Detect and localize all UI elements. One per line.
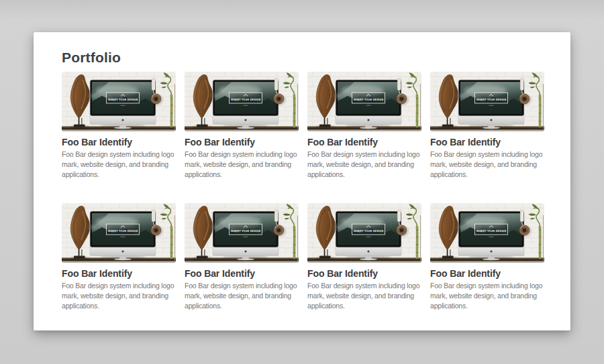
portfolio-item[interactable]: Foo Bar Identify Foo Bar design system i…	[307, 203, 421, 311]
portfolio-thumbnail[interactable]	[62, 72, 176, 131]
portfolio-item-title: Foo Bar Identify	[185, 268, 299, 279]
portfolio-item-description: Foo Bar design system including logo mar…	[185, 281, 299, 311]
portfolio-item[interactable]: Foo Bar Identify Foo Bar design system i…	[307, 72, 421, 180]
portfolio-thumbnail[interactable]	[307, 203, 421, 263]
portfolio-thumbnail[interactable]	[430, 72, 544, 131]
portfolio-item-title: Foo Bar Identify	[307, 268, 421, 279]
imac-desk-photo	[62, 72, 176, 131]
imac-desk-photo	[307, 203, 421, 263]
portfolio-thumbnail[interactable]	[430, 203, 544, 263]
portfolio-grid: Foo Bar Identify Foo Bar design system i…	[62, 72, 544, 311]
portfolio-item-description: Foo Bar design system including logo mar…	[307, 281, 421, 311]
portfolio-item-title: Foo Bar Identify	[430, 268, 544, 279]
portfolio-item-description: Foo Bar design system including logo mar…	[62, 149, 176, 180]
portfolio-thumbnail[interactable]	[185, 72, 299, 131]
portfolio-item[interactable]: Foo Bar Identify Foo Bar design system i…	[185, 203, 299, 311]
imac-desk-photo	[62, 203, 176, 263]
portfolio-item-title: Foo Bar Identify	[430, 137, 544, 147]
imac-desk-photo	[185, 203, 299, 263]
portfolio-item-description: Foo Bar design system including logo mar…	[185, 149, 299, 180]
portfolio-thumbnail[interactable]	[62, 203, 176, 263]
portfolio-item-title: Foo Bar Identify	[62, 137, 176, 147]
portfolio-item-description: Foo Bar design system including logo mar…	[307, 149, 421, 180]
portfolio-item-title: Foo Bar Identify	[185, 137, 299, 147]
portfolio-item-description: Foo Bar design system including logo mar…	[430, 149, 544, 180]
portfolio-item-description: Foo Bar design system including logo mar…	[430, 281, 544, 311]
portfolio-item-title: Foo Bar Identify	[62, 268, 176, 279]
imac-desk-photo	[430, 72, 544, 131]
portfolio-item[interactable]: Foo Bar Identify Foo Bar design system i…	[430, 203, 544, 311]
portfolio-thumbnail[interactable]	[307, 72, 421, 131]
imac-desk-photo	[185, 72, 299, 131]
portfolio-item-title: Foo Bar Identify	[307, 137, 421, 147]
portfolio-card: Portfolio Foo Bar Identify Foo Bar desig…	[34, 32, 570, 330]
imac-desk-photo	[307, 72, 421, 131]
page-title: Portfolio	[62, 48, 544, 66]
portfolio-item-description: Foo Bar design system including logo mar…	[62, 281, 176, 311]
imac-desk-photo	[430, 203, 544, 263]
portfolio-item[interactable]: Foo Bar Identify Foo Bar design system i…	[62, 72, 176, 180]
portfolio-item[interactable]: Foo Bar Identify Foo Bar design system i…	[185, 72, 299, 180]
portfolio-item[interactable]: Foo Bar Identify Foo Bar design system i…	[430, 72, 544, 180]
portfolio-thumbnail[interactable]	[185, 203, 299, 263]
portfolio-item[interactable]: Foo Bar Identify Foo Bar design system i…	[62, 203, 176, 311]
